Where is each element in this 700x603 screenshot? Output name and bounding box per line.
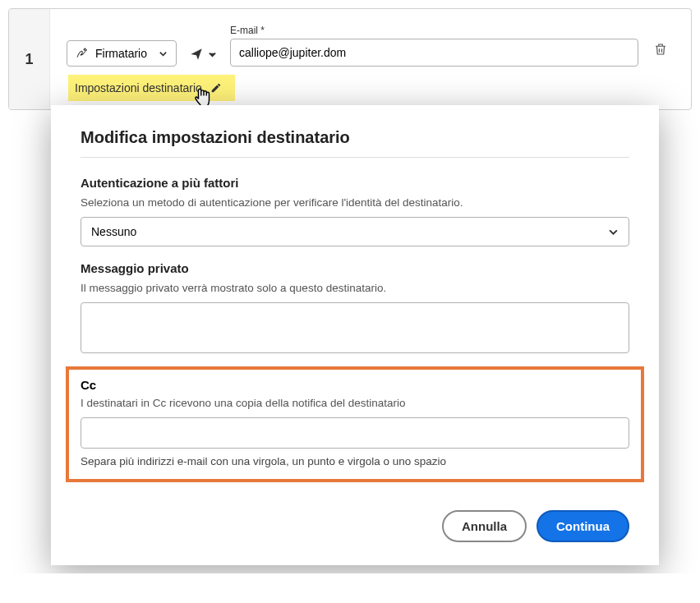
continue-button[interactable]: Continua [537, 510, 629, 542]
private-message-input[interactable] [81, 302, 629, 353]
mfa-selected-value: Nessuno [91, 225, 136, 238]
chevron-down-icon [208, 50, 217, 59]
recipient-content: Firmatario E-mail * Impostazioni destina… [50, 9, 691, 109]
recipient-row: 1 Firmatario E-mail * Impostazioni desti… [8, 8, 692, 110]
delivery-method-button[interactable] [185, 42, 222, 67]
cc-section: Cc I destinatari in Cc ricevono una copi… [66, 366, 644, 482]
cancel-button[interactable]: Annulla [442, 510, 527, 542]
modal-title: Modifica impostazioni destinatario [81, 128, 629, 147]
trash-icon [653, 42, 668, 57]
paper-plane-icon [190, 48, 203, 61]
cc-description: I destinatari in Cc ricevono una copia d… [81, 397, 629, 409]
recipient-settings-link[interactable]: Impostazioni destinatario [68, 75, 235, 101]
chevron-down-icon [159, 49, 168, 58]
divider [81, 157, 629, 158]
role-label: Firmatario [95, 47, 147, 60]
mfa-select[interactable]: Nessuno [81, 217, 629, 246]
cc-hint: Separa più indirizzi e-mail con una virg… [81, 455, 629, 467]
email-label: E-mail * [230, 25, 638, 36]
settings-link-label: Impostazioni destinatario [75, 81, 202, 94]
cc-heading: Cc [81, 378, 629, 392]
recipient-number: 1 [9, 9, 50, 109]
pencil-icon [210, 82, 222, 94]
modal-wrapper: Modifica impostazioni destinatario Auten… [51, 105, 659, 565]
mfa-heading: Autenticazione a più fattori [81, 176, 629, 190]
delete-recipient-button[interactable] [647, 35, 675, 67]
private-message-heading: Messaggio privato [81, 261, 629, 275]
cc-input[interactable] [81, 417, 629, 449]
email-block: E-mail * [230, 25, 638, 67]
recipient-top-row: Firmatario E-mail * [67, 24, 675, 67]
recipient-settings-modal: Modifica impostazioni destinatario Auten… [51, 105, 659, 565]
email-input[interactable] [230, 39, 638, 67]
chevron-down-icon [608, 227, 619, 237]
modal-actions: Annulla Continua [81, 510, 629, 542]
mfa-description: Seleziona un metodo di autenticazione pe… [81, 196, 629, 209]
private-message-description: Il messaggio privato verrà mostrato solo… [81, 282, 629, 294]
role-select[interactable]: Firmatario [67, 40, 177, 67]
pen-sign-icon [76, 47, 89, 60]
